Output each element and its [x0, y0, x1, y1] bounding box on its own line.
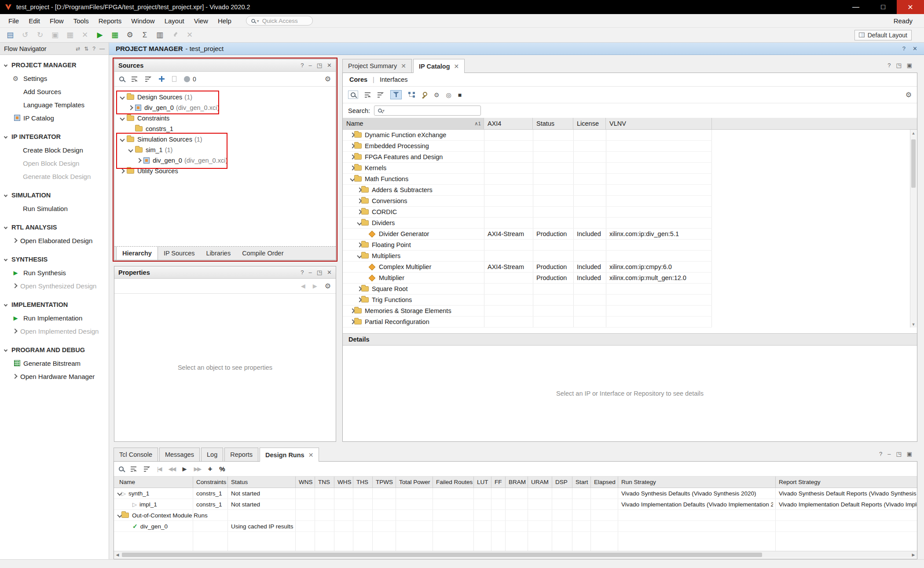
settings-gear-icon[interactable]: ⚙: [906, 91, 912, 99]
source-tree-item-div-gen-0[interactable]: div_gen_0(div_gen_0.xci): [114, 155, 336, 166]
column-license[interactable]: License: [573, 118, 606, 129]
flow-item-open-synthesized-design[interactable]: Open Synthesized Design: [0, 279, 109, 292]
runs-row-out-of-context-module-runs[interactable]: Out-of-Context Module Runs: [114, 510, 917, 521]
menu-help[interactable]: Help: [213, 17, 236, 25]
runs-column-ff[interactable]: FF: [495, 477, 502, 488]
scroll-right-icon[interactable]: ▶: [910, 551, 917, 558]
source-tree-item-simulation-sources[interactable]: Simulation Sources(1): [114, 134, 336, 145]
flow-item-language-templates[interactable]: Language Templates: [0, 98, 109, 111]
chevron-down-icon[interactable]: [4, 193, 7, 197]
forward-arrow-icon[interactable]: ▶: [313, 283, 317, 289]
search-icon[interactable]: [348, 91, 358, 99]
flow-section-header[interactable]: SYNTHESIS: [0, 253, 109, 266]
source-tree-item-constraints[interactable]: Constraints: [114, 113, 336, 124]
minimize-icon[interactable]: –: [309, 269, 312, 276]
menu-edit[interactable]: Edit: [24, 17, 45, 25]
runs-column-name[interactable]: Name: [119, 477, 135, 488]
runs-column-dsp[interactable]: DSP: [555, 477, 568, 488]
ip-tree-row-multiplier[interactable]: MultiplierProductionIncludedxilinx.com:i…: [343, 273, 712, 284]
ip-tree-row-fpga-features-and-design[interactable]: FPGA Features and Design: [343, 152, 712, 163]
ip-tree-row-dynamic-function-exchange[interactable]: Dynamic Function eXchange: [343, 130, 712, 141]
runs-row-synth-1[interactable]: ▷synth_1constrs_1Not startedVivado Synth…: [114, 488, 917, 499]
ip-tree-row-conversions[interactable]: Conversions: [343, 196, 712, 207]
chevron-right-icon[interactable]: [12, 328, 17, 333]
flow-item-open-hardware-manager[interactable]: Open Hardware Manager: [0, 370, 109, 383]
float-icon[interactable]: ◳: [896, 62, 901, 69]
tab-interfaces[interactable]: Interfaces: [380, 76, 408, 83]
runs-row-div-gen-0[interactable]: ✓div_gen_0Using cached IP results: [114, 521, 917, 532]
flow-item-generate-bitstream[interactable]: Generate Bitstream: [0, 357, 109, 370]
source-tree-item-div-gen-0[interactable]: div_gen_0(div_gen_0.xci): [114, 102, 336, 113]
collapse-all-icon[interactable]: [132, 76, 138, 82]
undo-icon[interactable]: ↺: [19, 29, 31, 41]
menu-reports[interactable]: Reports: [94, 17, 127, 25]
help-icon[interactable]: ?: [301, 62, 304, 69]
column-vlnv[interactable]: VLNV: [606, 118, 712, 129]
close-tab-icon[interactable]: ✕: [308, 451, 314, 459]
source-tree-item-sim-1[interactable]: sim_1(1): [114, 145, 336, 155]
flow-item-add-sources[interactable]: Add Sources: [0, 85, 109, 98]
ip-settings-gear-icon[interactable]: ⚙: [434, 91, 440, 98]
help-icon[interactable]: ?: [902, 45, 906, 52]
back-arrow-icon[interactable]: ◀: [301, 283, 305, 289]
flow-item-generate-block-design[interactable]: Generate Block Design: [0, 170, 109, 183]
flow-item-run-implementation[interactable]: ▶Run Implementation: [0, 311, 109, 324]
column-name[interactable]: Name ∧1: [343, 118, 484, 129]
launch-runs-icon[interactable]: ▦: [109, 29, 121, 41]
ip-tree-row-math-functions[interactable]: Math Functions: [343, 174, 712, 185]
report-sigma-icon[interactable]: Σ: [139, 29, 150, 41]
swap-icon[interactable]: ⇄: [76, 46, 80, 52]
sources-tab-libraries[interactable]: Libraries: [201, 247, 237, 260]
column-axi4[interactable]: AXI4: [484, 118, 533, 129]
close-tab-icon[interactable]: ✕: [454, 63, 459, 70]
go-to-start-icon[interactable]: |◀: [157, 466, 161, 472]
close-icon[interactable]: ✕: [327, 269, 332, 276]
runs-column-total-power[interactable]: Total Power: [399, 477, 430, 488]
redo-icon[interactable]: ↻: [34, 29, 46, 41]
run-play-icon[interactable]: ▶: [182, 466, 187, 472]
runs-row-impl-1[interactable]: ▷impl_1constrs_1Not startedVivado Implem…: [114, 499, 917, 510]
ip-tree-row-square-root[interactable]: Square Root: [343, 284, 712, 295]
scrollbar-thumb[interactable]: [911, 139, 916, 188]
tab-cores[interactable]: Cores: [349, 76, 367, 83]
float-icon[interactable]: ◳: [896, 451, 901, 457]
scroll-left-icon[interactable]: ◀: [114, 551, 121, 558]
float-icon[interactable]: ◳: [317, 269, 322, 276]
flow-item-open-block-design[interactable]: Open Block Design: [0, 157, 109, 170]
flow-item-settings[interactable]: ⚙Settings: [0, 72, 109, 85]
maximize-icon[interactable]: ▣: [907, 62, 912, 69]
close-tab-icon[interactable]: ✕: [401, 62, 406, 69]
settings-gear-icon[interactable]: ⚙: [325, 76, 331, 83]
runs-column-ths[interactable]: THS: [356, 477, 368, 488]
help-icon[interactable]: ?: [887, 62, 891, 69]
expand-all-icon[interactable]: [145, 76, 151, 82]
filter-funnel-icon[interactable]: [390, 90, 402, 99]
ip-tree-row-complex-multiplier[interactable]: Complex MultiplierAXI4-StreamProductionI…: [343, 262, 712, 273]
expand-all-icon[interactable]: [378, 92, 384, 98]
chevron-down-icon[interactable]: [4, 303, 7, 306]
flow-section-header[interactable]: PROJECT MANAGER: [0, 58, 109, 72]
ip-tree-row-adders-subtracters[interactable]: Adders & Subtracters: [343, 185, 712, 196]
sources-tab-ip-sources[interactable]: IP Sources: [158, 247, 201, 260]
flow-section-header[interactable]: IMPLEMENTATION: [0, 298, 109, 311]
settings-gear-icon[interactable]: ⚙: [124, 29, 136, 41]
sort-icon[interactable]: ⇅: [84, 46, 88, 52]
chevron-down-icon[interactable]: [4, 135, 7, 138]
flow-item-run-synthesis[interactable]: ▶Run Synthesis: [0, 266, 109, 279]
chevron-down-icon[interactable]: [128, 147, 133, 152]
minimize-icon[interactable]: –: [309, 62, 312, 69]
vertical-scrollbar[interactable]: ▲ ▼: [910, 130, 917, 328]
menu-tools[interactable]: Tools: [69, 17, 94, 25]
runs-column-lut[interactable]: LUT: [477, 477, 488, 488]
runs-column-constraints[interactable]: Constraints: [196, 477, 226, 488]
stop-square-icon[interactable]: ■: [458, 91, 462, 98]
menu-flow[interactable]: Flow: [45, 17, 69, 25]
flow-section-header[interactable]: SIMULATION: [0, 189, 109, 202]
chevron-right-icon[interactable]: [12, 283, 17, 288]
ip-tree-row-multipliers[interactable]: Multipliers: [343, 251, 712, 262]
expand-all-icon[interactable]: [144, 466, 150, 472]
source-tree-item-utility-sources[interactable]: Utility Sources: [114, 166, 336, 176]
layout-grid-icon[interactable]: ▥: [154, 29, 165, 41]
ip-tree-row-partial-reconfiguration[interactable]: Partial Reconfiguration: [343, 317, 712, 328]
runs-column-report-strategy[interactable]: Report Strategy: [779, 477, 821, 488]
